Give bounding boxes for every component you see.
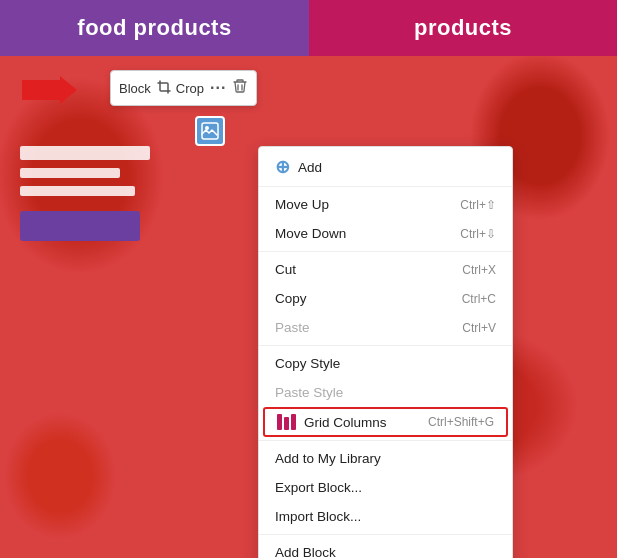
image-block-icon bbox=[195, 116, 225, 146]
cut-shortcut: Ctrl+X bbox=[462, 263, 496, 277]
header: food products products bbox=[0, 0, 617, 56]
white-block-2 bbox=[20, 168, 120, 178]
menu-item-paste[interactable]: Paste Ctrl+V bbox=[259, 313, 512, 342]
divider-4 bbox=[259, 440, 512, 441]
grid-columns-label-group: Grid Columns bbox=[277, 414, 387, 430]
grid-columns-shortcut: Ctrl+Shift+G bbox=[428, 415, 494, 429]
block-toolbar: Block Crop ··· bbox=[110, 70, 257, 106]
delete-button[interactable] bbox=[232, 78, 248, 98]
white-block-3 bbox=[20, 186, 135, 196]
move-up-shortcut: Ctrl+⇧ bbox=[460, 198, 496, 212]
grid-bar-2 bbox=[284, 417, 289, 430]
header-right-title: products bbox=[414, 15, 512, 41]
menu-item-move-up[interactable]: Move Up Ctrl+⇧ bbox=[259, 190, 512, 219]
menu-item-export-block[interactable]: Export Block... bbox=[259, 473, 512, 502]
white-block-1 bbox=[20, 146, 150, 160]
menu-item-import-block[interactable]: Import Block... bbox=[259, 502, 512, 531]
move-down-text: Move Down bbox=[275, 226, 346, 241]
add-label-group: ⊕ Add bbox=[275, 158, 322, 176]
arrow-indicator bbox=[22, 76, 77, 108]
svg-marker-0 bbox=[22, 76, 77, 104]
paste-style-text: Paste Style bbox=[275, 385, 343, 400]
header-right-banner: products bbox=[309, 0, 617, 56]
menu-item-move-down[interactable]: Move Down Ctrl+⇩ bbox=[259, 219, 512, 248]
add-block-text: Add Block bbox=[275, 545, 336, 558]
divider-5 bbox=[259, 534, 512, 535]
move-down-shortcut: Ctrl+⇩ bbox=[460, 227, 496, 241]
export-block-text: Export Block... bbox=[275, 480, 362, 495]
divider-3 bbox=[259, 345, 512, 346]
grid-bar-3 bbox=[291, 414, 296, 430]
header-left-title: food products bbox=[77, 15, 231, 41]
add-text: Add bbox=[298, 160, 322, 175]
header-left-banner: food products bbox=[0, 0, 309, 56]
divider-2 bbox=[259, 251, 512, 252]
copy-shortcut: Ctrl+C bbox=[462, 292, 496, 306]
import-block-text: Import Block... bbox=[275, 509, 361, 524]
copy-text: Copy bbox=[275, 291, 307, 306]
add-icon: ⊕ bbox=[275, 158, 290, 176]
move-up-text: Move Up bbox=[275, 197, 329, 212]
menu-item-add-to-library[interactable]: Add to My Library bbox=[259, 444, 512, 473]
purple-button-block bbox=[20, 211, 140, 241]
crop-button[interactable]: Crop bbox=[157, 80, 204, 96]
divider-1 bbox=[259, 186, 512, 187]
paste-text: Paste bbox=[275, 320, 310, 335]
add-to-library-text: Add to My Library bbox=[275, 451, 381, 466]
paste-shortcut: Ctrl+V bbox=[462, 321, 496, 335]
grid-columns-text: Grid Columns bbox=[304, 415, 387, 430]
grid-columns-icon bbox=[277, 414, 296, 430]
menu-item-add-block[interactable]: Add Block bbox=[259, 538, 512, 558]
menu-item-copy[interactable]: Copy Ctrl+C bbox=[259, 284, 512, 313]
more-options-button[interactable]: ··· bbox=[210, 79, 226, 97]
copy-style-text: Copy Style bbox=[275, 356, 340, 371]
menu-item-copy-style[interactable]: Copy Style bbox=[259, 349, 512, 378]
block-label: Block bbox=[119, 81, 151, 96]
crop-label: Crop bbox=[176, 81, 204, 96]
content-area: Block Crop ··· ⊕ Add bbox=[0, 56, 617, 558]
menu-item-paste-style[interactable]: Paste Style bbox=[259, 378, 512, 407]
context-menu: ⊕ Add Move Up Ctrl+⇧ Move Down Ctrl+⇩ Cu… bbox=[258, 146, 513, 558]
menu-item-add[interactable]: ⊕ Add bbox=[259, 151, 512, 183]
menu-item-grid-columns[interactable]: Grid Columns Ctrl+Shift+G bbox=[263, 407, 508, 437]
menu-item-cut[interactable]: Cut Ctrl+X bbox=[259, 255, 512, 284]
cut-text: Cut bbox=[275, 262, 296, 277]
grid-bar-1 bbox=[277, 414, 282, 430]
